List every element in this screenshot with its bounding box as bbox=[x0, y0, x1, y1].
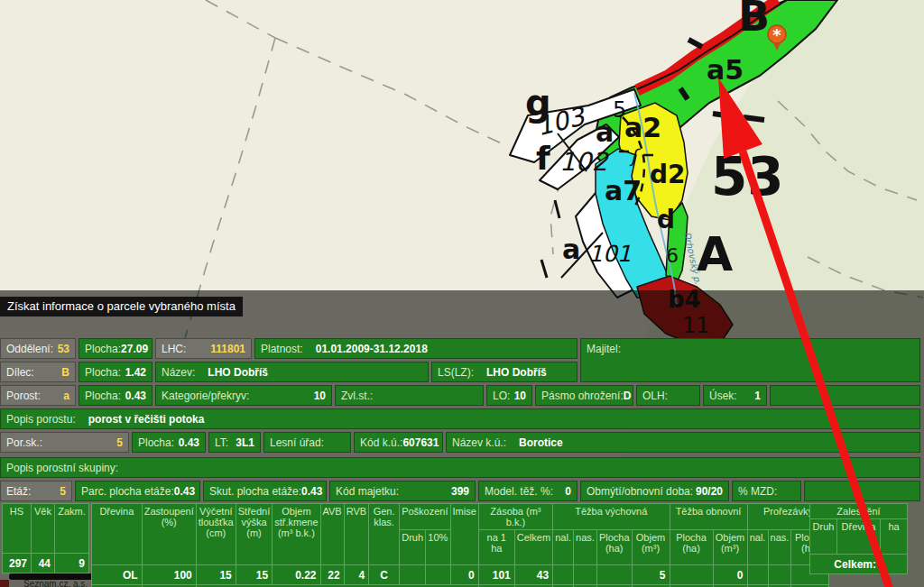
field-value: LHO Dobříš bbox=[486, 366, 547, 379]
cell: 0 bbox=[450, 565, 478, 585]
col-header: Výčetní tloušťka (cm) bbox=[196, 504, 236, 565]
field-label: Skut. plocha etáže: bbox=[209, 485, 301, 498]
field-label: LHC: bbox=[162, 343, 186, 355]
cell bbox=[747, 565, 768, 585]
cell: 100 bbox=[142, 565, 196, 585]
field-obmyti: Obmýtí/obnovní doba:90/20 bbox=[580, 481, 729, 501]
field-kategorie: Kategorie/překryv:10 bbox=[155, 385, 332, 406]
field-label: Model. těž. %: bbox=[485, 485, 553, 498]
cell bbox=[768, 565, 791, 585]
field-porost: Porost:a bbox=[0, 385, 76, 406]
col-header: nal. bbox=[747, 530, 768, 565]
field-lhc: LHC:111801 bbox=[155, 338, 252, 359]
field-plocha-porost: Plocha:0.43 bbox=[79, 385, 152, 406]
field-olh: OLH: bbox=[636, 385, 700, 406]
field-parc-plocha: Parc. plocha etáže:0.43 bbox=[75, 481, 200, 501]
field-label: OLH: bbox=[642, 390, 668, 402]
field-label: Kód majetku: bbox=[336, 485, 399, 498]
field-label: Název k.ú.: bbox=[452, 436, 506, 449]
field-label: Porost: bbox=[6, 390, 41, 402]
field-lt: LT:3L1 bbox=[208, 432, 261, 453]
map-tooltip: Získat informace o parcele vybraného mís… bbox=[0, 297, 243, 316]
col-header: nas. bbox=[574, 530, 597, 565]
col-header: Plocha (ha) bbox=[670, 530, 713, 565]
field-value: Borotice bbox=[519, 436, 563, 449]
col-header: Zakm. bbox=[55, 504, 89, 554]
field-value: 27.09 bbox=[121, 343, 148, 355]
field-label: LT: bbox=[215, 436, 228, 449]
field-usek: Úsek:1 bbox=[703, 385, 767, 406]
cell: 22 bbox=[320, 565, 344, 585]
field-popis-skupiny: Popis porostní skupiny: bbox=[0, 457, 920, 478]
field-label: Majitel: bbox=[587, 343, 621, 355]
col-header: ha bbox=[881, 519, 908, 555]
field-label: Etáž: bbox=[6, 485, 31, 498]
field-label: Úsek: bbox=[709, 390, 737, 402]
group-header-tezba-vychovna: Těžba výchovná bbox=[553, 504, 670, 530]
field-label: Platnost: bbox=[261, 343, 303, 355]
cell bbox=[574, 565, 597, 585]
cell bbox=[400, 565, 426, 585]
cell: C bbox=[369, 565, 400, 585]
field-value: 0 bbox=[565, 485, 571, 498]
field-label: Dílec: bbox=[6, 366, 34, 379]
col-header: AVB bbox=[320, 504, 344, 565]
field-label: LS(LZ): bbox=[438, 366, 474, 379]
cell bbox=[553, 565, 574, 585]
field-value: 0.43 bbox=[125, 390, 146, 402]
field-value: 1.42 bbox=[125, 366, 146, 379]
cell-drevina: OL bbox=[92, 565, 143, 585]
field-kod-ku: Kód k.ú.:607631 bbox=[354, 432, 443, 453]
field-plocha-oddeleni: Plocha:27.09 bbox=[79, 338, 152, 359]
col-header: 10% bbox=[426, 530, 450, 565]
field-value: 0.43 bbox=[301, 485, 322, 498]
cell: 101 bbox=[478, 565, 514, 585]
table-zalesneni-group: Zalesnění Druh Dřevina ha Celkem: bbox=[809, 503, 908, 574]
field-plocha-porsk: Plocha:0.43 bbox=[132, 432, 206, 453]
field-value: 3L1 bbox=[236, 436, 254, 449]
field-label: Kategorie/překryv: bbox=[162, 390, 249, 402]
field-label: Plocha: bbox=[138, 436, 174, 449]
field-value: 0.43 bbox=[179, 436, 199, 449]
table-row: 297 44 9 bbox=[3, 554, 89, 573]
field-value: 0.43 bbox=[174, 485, 195, 498]
field-label: Oddělení: bbox=[6, 343, 53, 355]
field-etaz: Etáž:5 bbox=[0, 481, 72, 501]
col-header: Objem (m³) bbox=[632, 530, 670, 565]
cell-hs: 297 bbox=[3, 554, 32, 573]
cell: 15 bbox=[196, 565, 236, 585]
cell: 15 bbox=[236, 565, 272, 585]
col-header: Druh bbox=[400, 530, 426, 565]
field-label: Popis porostní skupiny: bbox=[6, 462, 118, 474]
field-majitel: Majitel: bbox=[580, 338, 920, 382]
cell: 5 bbox=[632, 565, 670, 585]
field-label: Parc. plocha etáže: bbox=[81, 485, 174, 498]
col-header: RVB bbox=[344, 504, 368, 565]
field-label: Por.sk.: bbox=[6, 436, 42, 449]
cell bbox=[670, 565, 713, 585]
col-header: Objem stř.kmene (m³ b.k.) bbox=[273, 504, 320, 565]
field-label: Pásmo ohrožení: bbox=[541, 390, 624, 402]
field-value: LHO Dobříš bbox=[208, 366, 268, 379]
field-skut-plocha: Skut. plocha etáže:0.43 bbox=[203, 481, 327, 501]
field-label: % MZD: bbox=[738, 485, 777, 498]
cell bbox=[596, 565, 632, 585]
field-value: 399 bbox=[451, 485, 469, 498]
field-empty-2 bbox=[804, 481, 920, 501]
cell-vek: 44 bbox=[32, 554, 55, 573]
field-value: 5 bbox=[60, 485, 66, 498]
field-dilec: Dílec:B bbox=[0, 362, 76, 382]
col-header: nas. bbox=[768, 530, 791, 565]
field-value: 90/20 bbox=[696, 485, 723, 498]
col-header: Druh bbox=[810, 519, 837, 555]
field-nazev-ku: Název k.ú.:Borotice bbox=[446, 432, 920, 453]
col-header: HS bbox=[3, 504, 32, 554]
field-kod-majetku: Kód majetku:399 bbox=[329, 481, 476, 501]
field-value: 5 bbox=[116, 436, 123, 449]
col-header: Dřevina bbox=[837, 519, 881, 555]
field-value: 01.01.2009-31.12.2018 bbox=[316, 343, 428, 355]
field-porsk: Por.sk.:5 bbox=[0, 432, 129, 453]
field-label: Kód k.ú.: bbox=[360, 436, 402, 449]
col-header: nal. bbox=[553, 530, 574, 565]
field-label: Popis porostu: bbox=[6, 413, 76, 426]
